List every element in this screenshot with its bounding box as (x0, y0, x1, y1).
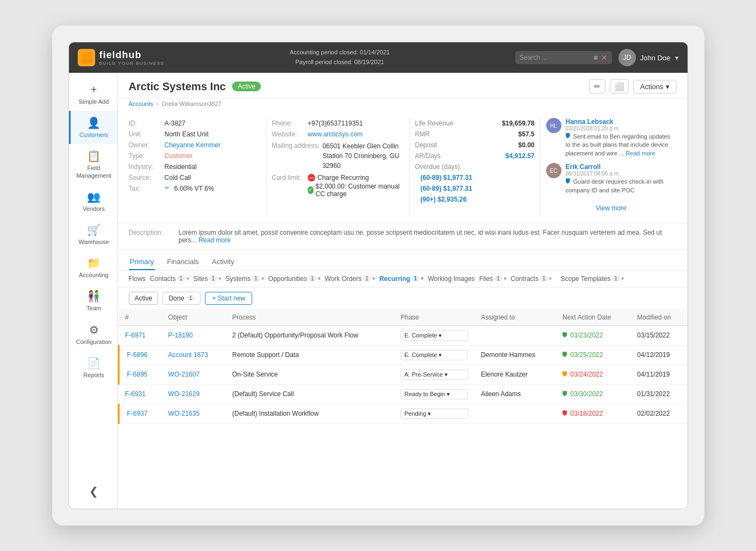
row-process-4: (Default) Service Call (226, 384, 394, 404)
row-object-account1873[interactable]: Account 1873 (168, 351, 208, 359)
table-row: F-6931 WO-21629 (Default) Service Call R… (118, 384, 688, 404)
tab-activity[interactable]: Activity (211, 254, 235, 270)
flow-contacts[interactable]: Contacts 1 ▾ (150, 275, 189, 283)
row-assigned-2: Demonte Hammes (474, 345, 556, 365)
flows-nav: Flows Contacts 1 ▾ Sites 1 ▾ Systems 1 ▾… (118, 271, 688, 287)
contact-col: Phone: +97(3)6537119351 Website: www.arc… (272, 118, 404, 216)
row-id-f6971[interactable]: F-6971 (125, 331, 146, 339)
sidebar-item-team[interactable]: 👫 Team (69, 284, 117, 317)
row-object-wo21629[interactable]: WO-21629 (168, 390, 199, 398)
sidebar-item-configuration[interactable]: ⚙ Configuration (69, 318, 117, 351)
status-badge: Active (232, 82, 261, 91)
flow-recurring[interactable]: Recurring 1 ▾ (379, 275, 423, 283)
collapse-icon: ❮ (89, 485, 98, 498)
record-tabs: Primary Financials Activity (118, 250, 688, 271)
rmr-value: $57.5 (518, 130, 534, 138)
activity-name-2[interactable]: Erik Carroll (566, 163, 677, 171)
row-modified-4: 01/31/2022 (630, 384, 687, 404)
flow-systems[interactable]: Systems 1 ▾ (226, 275, 264, 283)
user-chevron-icon[interactable]: ▾ (675, 54, 679, 62)
row-id-f6896[interactable]: F-6896 (127, 351, 148, 359)
close-icon[interactable]: ✕ (601, 53, 608, 62)
row-assigned-1 (474, 325, 556, 345)
row-id-f6931[interactable]: F-6931 (125, 390, 146, 398)
vendors-icon: 👥 (87, 190, 101, 203)
phase-select-4[interactable]: Ready to Begin ▾ (401, 389, 468, 399)
search-input[interactable] (520, 54, 590, 61)
col-header-next-action: Next Action Date (556, 309, 630, 326)
manual-cc-icon: ✓ (308, 186, 314, 194)
ar-days-value: $4,912.57 (505, 152, 534, 160)
record-owner[interactable]: Cheyanne Kemmer (165, 141, 221, 149)
divider-3 (540, 118, 541, 216)
record-type: Customer (165, 152, 193, 160)
actions-button[interactable]: Actions ▾ (633, 80, 677, 93)
phase-select-5[interactable]: Pending ▾ (401, 409, 468, 419)
configuration-icon: ⚙ (89, 323, 99, 336)
phase-select-3[interactable]: A. Pre-Service ▾ (401, 370, 468, 380)
app-name: fieldhub (99, 49, 165, 61)
overdue-label: Overdue (days) (415, 163, 460, 171)
record-title: Arctic Systems Inc (129, 80, 226, 93)
tab-financials[interactable]: Financials (166, 254, 200, 270)
flow-worklog-images[interactable]: Worklog Images (428, 275, 474, 283)
next-action-5: 03/18/2022 (563, 410, 603, 417)
description-read-more[interactable]: Read more (198, 236, 230, 244)
row-id-f6937[interactable]: F-6937 (127, 410, 148, 417)
row-object-wo21635[interactable]: WO-21635 (168, 410, 199, 417)
life-revenue-label: Life Revenue (415, 120, 454, 127)
filter-active[interactable]: Active (129, 292, 159, 305)
tab-primary[interactable]: Primary (129, 254, 155, 270)
filter-done[interactable]: Done 1 (163, 292, 201, 305)
sidebar-item-vendors[interactable]: 👥 Vendors (69, 185, 117, 218)
record-header: Arctic Systems Inc Active ✏ ⬜ Actions ▾ (118, 73, 688, 98)
flow-flows[interactable]: Flows (129, 275, 146, 283)
start-new-button[interactable]: + Start new (205, 292, 252, 305)
row-modified-1: 03/15/2022 (630, 325, 687, 345)
filter-icon[interactable]: ≡ (593, 53, 598, 62)
row-object-p18190[interactable]: P-18190 (168, 331, 192, 339)
sidebar-item-accounting[interactable]: 📁 Accounting (69, 251, 117, 284)
flow-work-orders[interactable]: Work Orders 1 ▾ (325, 275, 375, 283)
charge-recurring-icon: — (308, 174, 315, 181)
flag-orange-3 (563, 371, 567, 377)
breadcrumb-accounts[interactable]: Accounts (129, 101, 153, 107)
activity-name-1[interactable]: Hanna Lebsack (566, 118, 677, 126)
flow-files[interactable]: Files 1 ▾ (479, 275, 507, 283)
edit-button[interactable]: ✏ (589, 79, 605, 93)
view-more-button[interactable]: View more (546, 200, 677, 216)
metrics-col: Life Revenue $19,659.78 RMR $57.5 Deposi… (415, 118, 535, 216)
record-website[interactable]: www.arcticsys.com (308, 130, 363, 138)
row-process-1: 2 (Default) Opportunity/Proposal Work Fl… (226, 325, 394, 345)
flow-scope-templates[interactable]: Scope Templates 1 ▾ (560, 275, 623, 283)
row-id-f6895[interactable]: F-6895 (127, 371, 148, 378)
row-process-3: On-Site Service (226, 365, 394, 384)
sidebar-item-reports[interactable]: 📄 Reports (69, 351, 117, 384)
sidebar-item-collapse[interactable]: ❮ (69, 479, 117, 503)
life-revenue-value: $19,659.78 (502, 120, 534, 127)
phase-select-2[interactable]: E. Complete ▾ (401, 350, 468, 360)
user-area[interactable]: JD John Doe ▾ (618, 49, 679, 66)
accounting-icon: 📁 (87, 256, 101, 270)
sidebar-item-simple-add[interactable]: + Simple Add (69, 78, 117, 111)
search-box[interactable]: ≡ ✕ (515, 51, 612, 64)
copy-button[interactable]: ⬜ (610, 79, 629, 93)
flow-sites[interactable]: Sites 1 ▾ (193, 275, 221, 283)
sidebar-item-customers[interactable]: 👤 Customers (69, 111, 117, 144)
read-more-1[interactable]: Read more (626, 150, 655, 156)
row-object-wo21607[interactable]: WO-21607 (168, 371, 199, 378)
flow-contracts[interactable]: Contracts 1 ▾ (511, 275, 552, 283)
flow-opportunities[interactable]: Opportunities 1 ▾ (268, 275, 321, 283)
basic-info-col: ID: A-3827 Unit: North East Unit Owner: … (129, 118, 261, 216)
phase-select-1[interactable]: E. Complete ▾ (401, 330, 468, 341)
row-process-2: Remote Support / Data (226, 345, 394, 365)
sidebar-item-field-management[interactable]: 📋 Field Management (69, 144, 117, 184)
header-actions: ✏ ⬜ Actions ▾ (589, 79, 677, 93)
sidebar-item-warehouse[interactable]: 🛒 Warehouse (69, 218, 117, 251)
flag-green-4 (563, 391, 567, 396)
team-icon: 👫 (87, 290, 101, 303)
rmr-label: RMR (415, 130, 430, 138)
next-action-1: 03/23/2022 (563, 331, 603, 339)
edit-tax-icon[interactable]: ✏ (165, 185, 169, 192)
deposit-value: $0.00 (518, 141, 534, 149)
